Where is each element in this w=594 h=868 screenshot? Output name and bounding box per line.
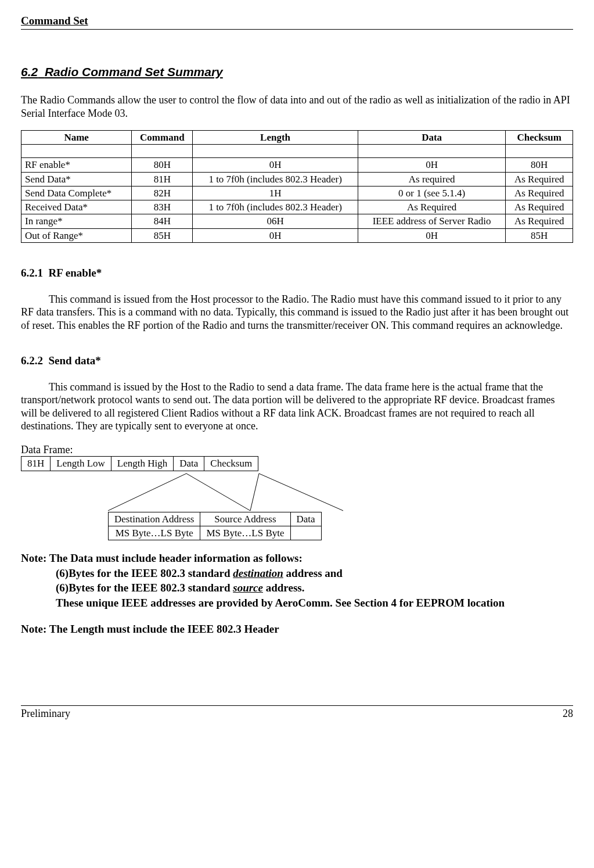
cell-command: 83H [132,200,193,214]
table-row: Send Data* 81H 1 to 7f0h (includes 802.3… [21,172,573,186]
note-text: address and [283,567,343,579]
df-cell: Length Low [51,457,111,471]
svg-line-0 [108,474,186,511]
cell-name: Out of Range* [21,228,132,242]
subsection-heading: 6.2.2 Send data* [21,354,573,368]
note-data-header: Note: The Data must include header infor… [21,551,573,611]
sub-cell [290,526,321,540]
cell-length: 1H [193,186,358,200]
page-footer: Preliminary 28 [21,705,573,720]
sub-cell: Data [290,512,321,526]
data-frame-label: Data Frame: [21,443,573,457]
table-row: Send Data Complete* 82H 1H 0 or 1 (see 5… [21,186,573,200]
table-row: Received Data* 83H 1 to 7f0h (includes 8… [21,200,573,214]
note-line: (6)Bytes for the IEEE 802.3 standard sou… [56,580,573,596]
cell-data: 0 or 1 (see 5.1.4) [358,186,506,200]
cell-checksum: As Required [506,200,573,214]
svg-line-1 [186,474,250,511]
svg-line-3 [259,474,343,511]
note-lead: Note: The Data must include header infor… [21,552,303,564]
cell-length: 0H [193,228,358,242]
sub-cell: Destination Address [109,512,200,526]
cell-command: 80H [132,158,193,172]
subsection-number: 6.2.2 [21,354,43,367]
data-frame-table: 81H Length Low Length High Data Checksum [21,456,258,471]
table-header-row: Name Command Length Data Checksum [21,131,573,145]
table-row: RF enable* 80H 0H 0H 80H [21,158,573,172]
col-length: Length [193,131,358,145]
table-row: Out of Range* 85H 0H 0H 85H [21,228,573,242]
cell-command: 85H [132,228,193,242]
cell-checksum: As Required [506,172,573,186]
table-spacer-row [21,145,573,158]
subsection-body: This command is issued from the Host pro… [21,293,573,332]
svg-line-2 [250,474,259,511]
data-expansion-table: Destination Address Source Address Data … [108,512,322,541]
page-header-title: Command Set [21,14,573,28]
subsection-number: 6.2.1 [21,267,43,279]
note-underline: destination [233,567,283,579]
col-data: Data [358,131,506,145]
cell-data: 0H [358,228,506,242]
df-cell: 81H [21,457,51,471]
cell-command: 82H [132,186,193,200]
subsection-title-text: RF enable* [49,267,102,279]
note-text: (6)Bytes for the IEEE 802.3 standard [56,567,233,579]
cell-data: 0H [358,158,506,172]
cell-name: RF enable* [21,158,132,172]
expansion-diagram [21,471,346,512]
cell-data: As Required [358,200,506,214]
table-row: In range* 84H 06H IEEE address of Server… [21,214,573,228]
cell-checksum: 80H [506,158,573,172]
cell-data: As required [358,172,506,186]
cell-length: 1 to 7f0h (includes 802.3 Header) [193,200,358,214]
footer-left: Preliminary [21,707,70,720]
sub-cell: MS Byte…LS Byte [200,526,290,540]
df-cell: Data [174,457,204,471]
cell-checksum: As Required [506,186,573,200]
cell-command: 81H [132,172,193,186]
cell-length: 0H [193,158,358,172]
cell-command: 84H [132,214,193,228]
header-rule [21,29,573,30]
note-text: address. [263,582,304,594]
sub-cell: MS Byte…LS Byte [109,526,200,540]
footer-page-number: 28 [563,707,573,720]
sub-cell: Source Address [200,512,290,526]
col-command: Command [132,131,193,145]
df-cell: Length High [111,457,173,471]
subsection-heading: 6.2.1 RF enable* [21,266,573,280]
note-line: These unique IEEE addresses are provided… [56,596,573,611]
col-name: Name [21,131,132,145]
footer-rule [21,705,573,706]
df-cell: Checksum [204,457,258,471]
cell-name: In range* [21,214,132,228]
section-heading: 6.2 Radio Command Set Summary [21,64,573,80]
cell-length: 06H [193,214,358,228]
cell-checksum: 85H [506,228,573,242]
subsection-title-text: Send data* [49,354,101,367]
cell-name: Send Data* [21,172,132,186]
cell-data: IEEE address of Server Radio [358,214,506,228]
note-length-header: Note: The Length must include the IEEE 8… [21,622,573,636]
note-text: (6)Bytes for the IEEE 802.3 standard [56,582,233,594]
cell-name: Received Data* [21,200,132,214]
subsection-body: This command is issued by the Host to th… [21,381,573,433]
note-line: (6)Bytes for the IEEE 802.3 standard des… [56,566,573,581]
cell-checksum: As Required [506,214,573,228]
col-checksum: Checksum [506,131,573,145]
note-underline: source [233,582,263,594]
section-intro: The Radio Commands allow the user to con… [21,94,573,120]
section-number: 6.2 [21,65,38,78]
cell-name: Send Data Complete* [21,186,132,200]
section-title-text: Radio Command Set Summary [45,65,223,78]
cell-length: 1 to 7f0h (includes 802.3 Header) [193,172,358,186]
command-summary-table: Name Command Length Data Checksum RF ena… [21,130,573,243]
